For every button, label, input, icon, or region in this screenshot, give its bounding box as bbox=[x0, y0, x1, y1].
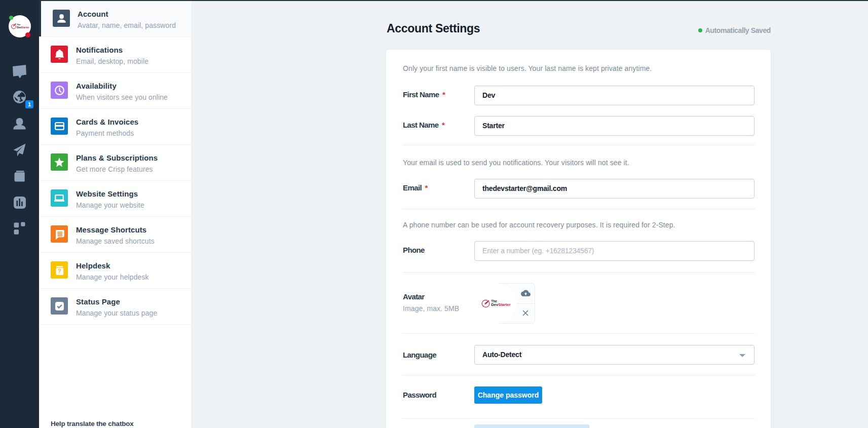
svg-text:DevStarter: DevStarter bbox=[17, 26, 29, 29]
svg-text:?: ? bbox=[58, 268, 61, 274]
svg-text:The: The bbox=[17, 23, 21, 26]
